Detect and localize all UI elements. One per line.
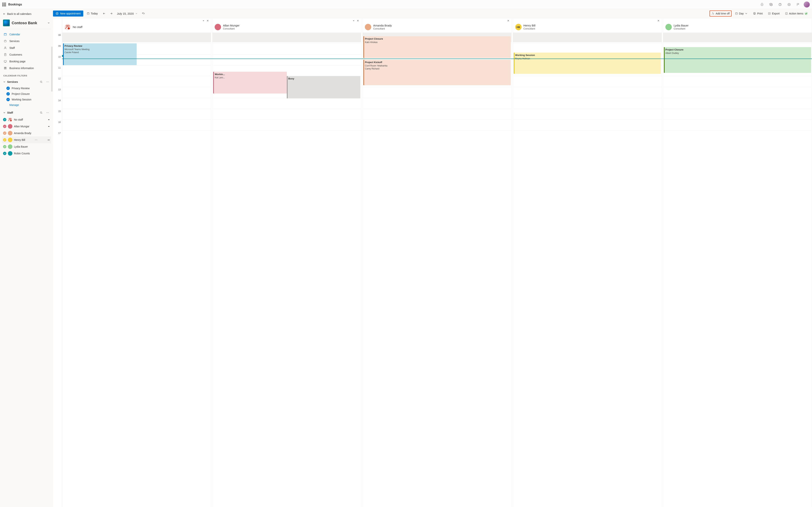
pin-icon[interactable] — [202, 19, 204, 22]
staff-avatar-icon — [365, 24, 371, 30]
search-icon[interactable] — [39, 110, 44, 115]
column-body[interactable]: Working SessionReyna Holman — [513, 33, 662, 507]
staff-avatar-icon — [8, 145, 12, 149]
sidebar-scrollbar[interactable] — [51, 47, 53, 92]
column-header[interactable]: ?No staff — [62, 23, 211, 33]
service-filter-item[interactable]: Privacy Review — [2, 86, 51, 91]
column-header[interactable]: Allan MungerConsultant — [212, 23, 361, 33]
export-button[interactable]: Export — [766, 10, 781, 16]
next-day-button[interactable] — [108, 10, 114, 16]
svg-rect-13 — [5, 68, 5, 68]
feedback-icon[interactable] — [786, 1, 793, 8]
nav-item-customers[interactable]: Customers — [2, 51, 51, 58]
event-title: Project Closure — [365, 37, 509, 40]
search-icon[interactable] — [39, 79, 44, 84]
event-color-bar — [213, 72, 214, 94]
event-title: Working Session — [515, 54, 659, 57]
calendar-event[interactable]: Busy — [287, 76, 360, 98]
nav-item-staff[interactable]: Staff — [2, 45, 51, 51]
grid-lines — [663, 33, 812, 507]
staff-name: Amanda Brady — [14, 132, 32, 135]
column-staff-role: Consultant — [674, 27, 689, 30]
calendar-event[interactable]: Privacy ReviewMicrosoft Teams MeetingCar… — [63, 43, 137, 65]
service-filter-item[interactable]: Project Closure — [2, 91, 51, 97]
close-icon[interactable] — [507, 19, 510, 22]
view-day-button[interactable]: Day — [733, 10, 750, 16]
event-title: Project Closure — [665, 48, 810, 51]
svg-point-33 — [68, 25, 69, 27]
column-header[interactable]: Amanda BradyConsultant — [363, 23, 511, 33]
column-body[interactable]: Privacy ReviewMicrosoft Teams MeetingCar… — [62, 33, 211, 507]
column-body[interactable]: Project ClosureAlbert Dudley — [663, 33, 812, 507]
staff-filter-item[interactable]: Allan Mungar — [2, 123, 51, 130]
pin-icon[interactable] — [47, 138, 50, 142]
close-icon[interactable] — [657, 19, 660, 22]
weather-icon[interactable] — [140, 10, 146, 16]
prev-day-button[interactable] — [101, 10, 107, 16]
event-title: Privacy Review — [64, 45, 135, 48]
nav-label: Staff — [9, 46, 15, 49]
column-body[interactable]: Project ClosureKatri AhokasProject Kicko… — [363, 33, 511, 507]
settings-icon[interactable] — [768, 1, 774, 8]
app-launcher-icon[interactable] — [2, 3, 6, 6]
close-icon[interactable] — [206, 19, 209, 22]
column-controls — [513, 18, 662, 23]
nav-item-calendar[interactable]: Calendar — [2, 31, 51, 38]
calendar-icon — [87, 12, 90, 15]
calendar-event[interactable]: Project ClosureKatri Ahokas — [363, 36, 510, 58]
staff-filter-item[interactable]: Lydia Bauer — [2, 143, 51, 150]
pin-icon[interactable] — [47, 125, 50, 128]
calendar-event[interactable]: Project KickoffConf Room YelahankaCarey … — [363, 60, 510, 85]
calendar-event[interactable]: Workin...Kat Lars... — [213, 72, 287, 94]
staff-filter-item[interactable]: Amanda Brady — [2, 130, 51, 136]
today-button[interactable]: Today — [85, 10, 100, 16]
flag-icon[interactable] — [795, 1, 802, 8]
column-header[interactable]: Lydia BauerConsultant — [663, 23, 812, 33]
staff-filter-item[interactable]: ?No staff — [2, 116, 51, 123]
service-filter-item[interactable]: Working Session — [2, 97, 51, 102]
calendar-event[interactable]: Project ClosureAlbert Dudley — [664, 47, 811, 73]
add-time-off-button[interactable]: Add time off — [710, 10, 731, 16]
pin-icon[interactable] — [47, 118, 50, 121]
back-to-calendars-link[interactable]: Back to all calendars — [2, 11, 51, 18]
close-icon[interactable] — [357, 19, 359, 22]
action-items-button[interactable]: Action items — [783, 10, 810, 16]
calendar-event[interactable]: Working SessionReyna Holman — [514, 53, 661, 74]
staff-filter-header[interactable]: Staff ⋯ — [2, 109, 51, 116]
nav-item-business-information[interactable]: Business information — [2, 65, 51, 71]
svg-point-4 — [789, 4, 789, 4]
column-header[interactable]: HBHenry BillConsultant — [513, 23, 662, 33]
check-icon — [3, 138, 6, 142]
svg-point-5 — [790, 4, 790, 4]
more-icon[interactable]: ⋯ — [34, 138, 38, 142]
svg-point-17 — [9, 118, 10, 119]
staff-filter-item[interactable]: Robin Counts — [2, 150, 51, 157]
notifications-icon[interactable] — [759, 1, 765, 8]
check-icon — [3, 145, 6, 148]
app-header: Bookings — [0, 0, 812, 9]
staff-filter-item[interactable]: Henry Bill⋯ — [2, 136, 51, 143]
chevron-down-icon — [135, 12, 138, 15]
check-icon — [6, 92, 10, 96]
nav-icon — [3, 46, 7, 50]
manage-services-link[interactable]: Manage — [2, 102, 51, 108]
org-selector[interactable]: Contoso Bank — [2, 18, 51, 29]
hour-label: 13 — [58, 88, 61, 91]
date-picker-button[interactable]: July 15, 2020 — [115, 10, 139, 16]
print-button[interactable]: Print — [751, 10, 764, 16]
hour-label: 17 — [58, 132, 61, 134]
nav-item-services[interactable]: Services — [2, 38, 51, 45]
profile-avatar[interactable] — [804, 1, 810, 7]
pin-icon[interactable] — [352, 19, 355, 22]
grid-lines — [212, 33, 361, 507]
help-icon[interactable] — [777, 1, 783, 8]
event-subtitle: Albert Dudley — [665, 52, 810, 55]
nav-item-booking-page[interactable]: Booking page — [2, 58, 51, 65]
nav-icon — [3, 39, 7, 43]
more-icon[interactable]: ⋯ — [45, 110, 50, 115]
column-body[interactable]: Workin...Kat Lars...Busy — [212, 33, 361, 507]
svg-rect-26 — [735, 13, 738, 14]
new-appointment-button[interactable]: New appointment — [53, 10, 83, 16]
services-filter-header[interactable]: Services ⋯ — [2, 78, 51, 86]
more-icon[interactable]: ⋯ — [45, 79, 50, 84]
